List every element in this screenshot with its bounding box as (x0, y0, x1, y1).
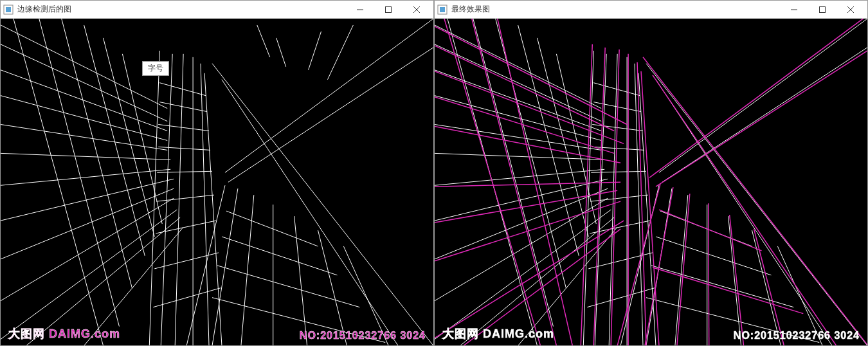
svg-line-125 (611, 50, 619, 345)
svg-line-101 (646, 64, 867, 345)
window-controls-right (780, 1, 865, 18)
window-final-result: 最终效果图 (434, 0, 868, 346)
svg-rect-60 (440, 7, 445, 12)
svg-line-144 (653, 268, 803, 314)
svg-line-128 (641, 71, 659, 345)
maximize-button[interactable] (808, 1, 836, 18)
svg-line-58 (327, 25, 353, 80)
svg-line-19 (14, 19, 104, 345)
minimize-button[interactable] (780, 1, 808, 18)
svg-rect-3 (386, 6, 392, 12)
svg-line-70 (435, 153, 604, 159)
svg-line-10 (1, 125, 167, 150)
svg-line-118 (435, 201, 620, 261)
svg-line-137 (730, 215, 744, 345)
watermark-id-left: NO:201510232766 3024 (300, 330, 426, 341)
titlebar-left[interactable]: 边缘检测后的图 (1, 1, 433, 19)
svg-line-141 (435, 190, 617, 223)
svg-line-107 (728, 216, 741, 345)
svg-line-119 (435, 221, 624, 338)
app-icon (3, 5, 14, 15)
app-icon (437, 5, 448, 15)
svg-line-57 (309, 32, 321, 70)
image-canvas-right: 大图网 DAIMG.com NO:201510232766 3024 (435, 19, 867, 345)
edge-lines (1, 19, 433, 345)
svg-line-56 (276, 38, 286, 67)
svg-line-72 (435, 179, 608, 221)
svg-line-68 (435, 96, 601, 141)
svg-line-21 (62, 19, 132, 288)
watermark-left: 大图网 DAIMG.com (8, 326, 120, 341)
maximize-button[interactable] (374, 1, 402, 18)
svg-line-24 (122, 54, 162, 224)
svg-line-67 (435, 70, 601, 131)
svg-line-120 (444, 19, 541, 345)
svg-line-53 (217, 266, 359, 307)
image-canvas-left: 字号 (1, 19, 433, 345)
svg-line-131 (643, 57, 867, 345)
svg-line-33 (158, 125, 209, 131)
svg-line-11 (1, 153, 170, 159)
svg-line-44 (186, 185, 225, 345)
svg-line-43 (222, 80, 398, 345)
titlebar-right[interactable]: 最终效果图 (435, 1, 867, 19)
close-button[interactable] (836, 1, 865, 18)
svg-line-14 (1, 188, 174, 259)
svg-line-15 (1, 198, 174, 301)
svg-line-12 (1, 169, 170, 185)
svg-line-92 (592, 125, 643, 131)
window-title-right: 最终效果图 (451, 4, 780, 15)
svg-line-36 (156, 195, 214, 201)
svg-line-52 (222, 237, 337, 275)
window-edge-detection: 边缘检测后的图 字号 (0, 0, 434, 346)
svg-line-27 (175, 54, 183, 345)
svg-line-100 (662, 48, 867, 182)
svg-line-69 (435, 125, 601, 150)
svg-line-114 (435, 26, 627, 125)
svg-line-122 (498, 19, 573, 345)
svg-line-130 (656, 51, 867, 187)
svg-line-55 (257, 25, 270, 57)
svg-line-139 (435, 46, 614, 131)
close-button[interactable] (402, 1, 431, 18)
svg-line-20 (39, 19, 120, 327)
svg-line-86 (609, 54, 617, 345)
svg-line-13 (1, 179, 174, 221)
svg-line-42 (212, 64, 433, 345)
svg-line-7 (1, 44, 167, 122)
tooltip: 字号 (142, 61, 169, 76)
svg-line-121 (472, 19, 557, 345)
svg-line-41 (228, 48, 433, 182)
svg-line-99 (659, 19, 867, 172)
window-title-left: 边缘检测后的图 (17, 4, 346, 15)
minimize-button[interactable] (346, 1, 374, 18)
svg-line-79 (473, 19, 554, 327)
watermark-id-right: NO:201510232766 3024 (734, 330, 860, 341)
svg-line-124 (593, 48, 605, 345)
svg-line-65 (435, 25, 601, 109)
svg-line-9 (1, 96, 167, 141)
svg-line-83 (556, 54, 596, 224)
svg-line-8 (1, 70, 167, 131)
svg-line-32 (159, 102, 207, 112)
svg-line-111 (656, 237, 771, 275)
window-controls-left (346, 1, 431, 18)
svg-line-49 (318, 230, 347, 345)
svg-line-40 (225, 19, 433, 172)
svg-line-37 (156, 221, 216, 233)
result-lines (435, 19, 867, 345)
svg-line-108 (752, 230, 781, 345)
watermark-right-window: 大图网 DAIMG.com (442, 326, 554, 341)
svg-line-45 (212, 188, 238, 345)
svg-line-73 (435, 188, 608, 259)
svg-line-135 (677, 194, 690, 345)
svg-line-51 (226, 211, 318, 246)
svg-rect-62 (820, 6, 826, 12)
svg-line-134 (645, 187, 673, 345)
svg-rect-1 (6, 7, 11, 12)
svg-line-48 (294, 216, 307, 345)
svg-line-29 (201, 64, 209, 345)
svg-line-136 (709, 203, 709, 345)
